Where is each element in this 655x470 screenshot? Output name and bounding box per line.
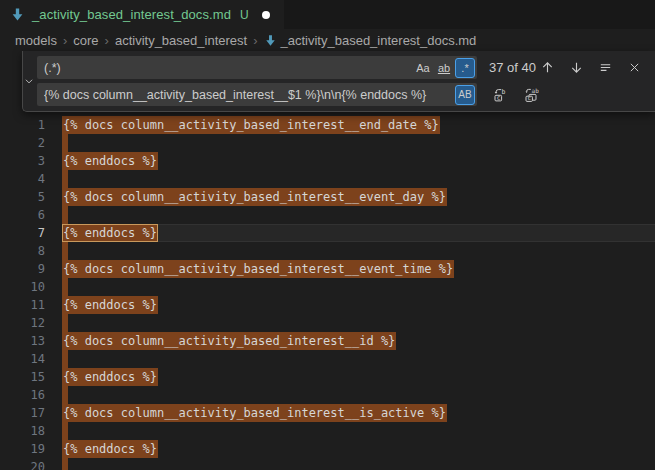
replace-all-button[interactable]: ab c (520, 84, 542, 106)
vscode-window: _activity_based_interest_docs.md U model… (0, 0, 655, 470)
line-number[interactable]: 5 (0, 188, 62, 206)
line-number[interactable]: 12 (0, 314, 62, 332)
find-match: {% enddocs %} (62, 296, 158, 314)
regex-button[interactable]: .* (455, 58, 475, 78)
line-content[interactable] (62, 314, 655, 332)
line-content[interactable]: {% docs column__activity_based_interest_… (62, 260, 655, 278)
breadcrumb-item-file[interactable]: _activity_based_interest_docs.md (264, 33, 477, 48)
line-number[interactable]: 6 (0, 206, 62, 224)
editor-line: 8 (0, 242, 655, 260)
editor-line: 15{% enddocs %} (0, 368, 655, 386)
editor-line: 7{% enddocs %} (0, 224, 655, 242)
find-match: {% enddocs %} (62, 440, 158, 458)
tab-activity-docs[interactable]: _activity_based_interest_docs.md U (0, 0, 284, 29)
editor-line: 3{% enddocs %} (0, 152, 655, 170)
find-in-selection-button[interactable] (594, 57, 616, 79)
breadcrumb-item-core[interactable]: core (73, 33, 98, 48)
close-find-button[interactable] (623, 57, 645, 79)
editor-lines: 1{% docs column__activity_based_interest… (0, 51, 655, 470)
find-widget-body: (.*) Aa ab .* 37 of 40 (35, 51, 655, 111)
line-number[interactable]: 2 (0, 134, 62, 152)
line-number[interactable]: 15 (0, 368, 62, 386)
whole-word-button[interactable]: ab (434, 58, 454, 78)
editor-line: 2 (0, 134, 655, 152)
line-number[interactable]: 20 (0, 458, 62, 470)
svg-text:b: b (502, 87, 506, 95)
line-content[interactable] (62, 458, 655, 470)
line-number[interactable]: 11 (0, 296, 62, 314)
line-number[interactable]: 16 (0, 386, 62, 404)
editor-line: 17{% docs column__activity_based_interes… (0, 404, 655, 422)
svg-text:c: c (497, 93, 501, 101)
line-content[interactable] (62, 278, 655, 296)
markdown-file-icon (10, 7, 25, 22)
breadcrumb-item-models[interactable]: models (15, 33, 57, 48)
line-content[interactable]: {% enddocs %} (62, 152, 655, 170)
editor-line: 11{% enddocs %} (0, 296, 655, 314)
replace-input-box[interactable]: {% docs column__activity_based_interest_… (37, 83, 477, 106)
zero-width-match-highlight (62, 422, 68, 440)
editor[interactable]: 1{% docs column__activity_based_interest… (0, 51, 655, 470)
line-content[interactable] (62, 422, 655, 440)
replace-row: {% docs column__activity_based_interest_… (37, 83, 649, 106)
line-content[interactable]: {% enddocs %} (62, 296, 655, 314)
line-number[interactable]: 4 (0, 170, 62, 188)
line-content[interactable] (62, 206, 655, 224)
chevron-down-icon (24, 76, 34, 86)
line-number[interactable]: 13 (0, 332, 62, 350)
arrow-down-icon (569, 60, 584, 75)
line-content[interactable] (62, 386, 655, 404)
line-number[interactable]: 8 (0, 242, 62, 260)
find-match: {% enddocs %} (62, 368, 158, 386)
line-number[interactable]: 1 (0, 116, 62, 134)
editor-line: 16 (0, 386, 655, 404)
zero-width-match-highlight (62, 386, 68, 404)
line-number[interactable]: 7 (0, 224, 62, 242)
line-content[interactable] (62, 134, 655, 152)
preserve-case-button[interactable]: AB (455, 85, 475, 105)
next-match-button[interactable] (565, 57, 587, 79)
chevron-right-icon: › (105, 33, 109, 48)
line-number[interactable]: 17 (0, 404, 62, 422)
replace-button[interactable]: b c (489, 84, 511, 106)
line-number[interactable]: 10 (0, 278, 62, 296)
svg-text:c: c (528, 94, 532, 101)
line-content[interactable]: {% enddocs %} (62, 368, 655, 386)
line-number[interactable]: 14 (0, 350, 62, 368)
line-number[interactable]: 3 (0, 152, 62, 170)
find-row: (.*) Aa ab .* 37 of 40 (37, 56, 649, 79)
line-content[interactable] (62, 170, 655, 188)
breadcrumb-item-folder[interactable]: activity_based_interest (115, 33, 247, 48)
replace-all-icon: ab c (523, 87, 539, 103)
line-content[interactable]: {% enddocs %} (62, 224, 655, 242)
find-input[interactable]: (.*) (44, 61, 412, 75)
editor-line: 12 (0, 314, 655, 332)
current-find-match: {% enddocs %} (62, 224, 158, 242)
line-content[interactable]: {% docs column__activity_based_interest_… (62, 188, 655, 206)
line-content[interactable] (62, 242, 655, 260)
toggle-replace-button[interactable] (23, 51, 35, 111)
line-content[interactable]: {% docs column__activity_based_interest_… (62, 404, 655, 422)
tab-bar: _activity_based_interest_docs.md U (0, 0, 655, 29)
editor-line: 9{% docs column__activity_based_interest… (0, 260, 655, 278)
find-match: {% docs column__activity_based_interest_… (62, 332, 396, 350)
match-case-button[interactable]: Aa (413, 58, 433, 78)
line-number[interactable]: 9 (0, 260, 62, 278)
zero-width-match-highlight (62, 314, 68, 332)
svg-text:ab: ab (532, 87, 539, 94)
chevron-right-icon: › (63, 33, 67, 48)
previous-match-button[interactable] (536, 57, 558, 79)
line-content[interactable]: {% enddocs %} (62, 440, 655, 458)
editor-line: 13{% docs column__activity_based_interes… (0, 332, 655, 350)
line-number[interactable]: 18 (0, 422, 62, 440)
line-number[interactable]: 19 (0, 440, 62, 458)
editor-line: 6 (0, 206, 655, 224)
zero-width-match-highlight (62, 242, 68, 260)
line-content[interactable]: {% docs column__activity_based_interest_… (62, 116, 655, 134)
line-content[interactable] (62, 350, 655, 368)
unsaved-changes-dot-icon[interactable] (262, 11, 270, 19)
line-content[interactable]: {% docs column__activity_based_interest_… (62, 332, 655, 350)
replace-input[interactable]: {% docs column__activity_based_interest_… (44, 88, 454, 102)
find-match: {% docs column__activity_based_interest_… (62, 404, 447, 422)
find-input-box[interactable]: (.*) Aa ab .* (37, 56, 477, 79)
